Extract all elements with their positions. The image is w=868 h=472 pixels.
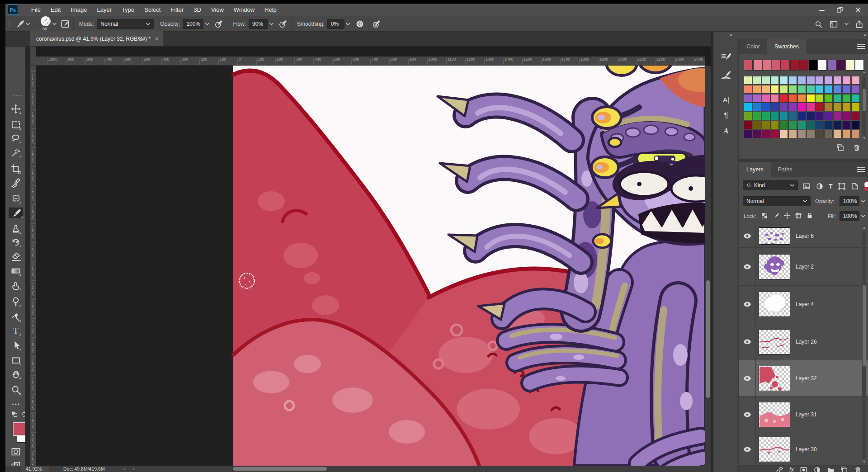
swatch[interactable] — [807, 103, 815, 111]
toolbar-drag-handle[interactable] — [13, 95, 22, 96]
swatch[interactable] — [851, 103, 860, 111]
swatch[interactable] — [770, 130, 779, 138]
layer-thumbnail[interactable] — [759, 366, 790, 391]
swatch[interactable] — [753, 76, 761, 85]
swatches-panel-menu-icon[interactable] — [857, 44, 865, 49]
layer-thumbnail[interactable] — [759, 254, 790, 279]
flow-field[interactable]: 90% — [249, 19, 268, 29]
layer-row[interactable]: Layer 30 — [739, 433, 868, 466]
healing-patch-tool[interactable] — [10, 193, 21, 204]
swatch[interactable] — [824, 76, 833, 85]
options-drag-handle[interactable] — [7, 21, 10, 27]
layer-visibility-toggle[interactable] — [739, 411, 755, 418]
swatch[interactable] — [744, 130, 752, 138]
swatches-scrollbar[interactable] — [862, 76, 866, 135]
close-button[interactable] — [849, 4, 867, 16]
flow-chevron-icon[interactable] — [268, 19, 275, 29]
layer-visibility-toggle[interactable] — [739, 446, 755, 453]
layer-visibility-toggle[interactable] — [739, 339, 755, 345]
swatch[interactable] — [842, 121, 851, 129]
swatch[interactable] — [762, 112, 770, 120]
horizontal-scrollbar-thumb[interactable] — [233, 467, 327, 471]
gradient-tool[interactable] — [10, 265, 21, 276]
tab-paths[interactable]: Paths — [771, 162, 800, 177]
brush-tool[interactable] — [9, 208, 23, 218]
swatch[interactable] — [788, 130, 797, 138]
search-icon[interactable] — [814, 20, 823, 28]
add-layer-mask-icon[interactable] — [800, 466, 807, 472]
swatch[interactable] — [851, 112, 860, 120]
recent-swatch[interactable] — [762, 60, 771, 71]
brush-settings-panel-icon[interactable] — [720, 51, 732, 63]
swatch[interactable] — [851, 94, 860, 103]
layer-name[interactable]: Layer 30 — [796, 446, 817, 453]
restore-button[interactable] — [831, 4, 849, 16]
swatch[interactable] — [815, 112, 824, 120]
recent-swatch[interactable] — [846, 60, 855, 71]
swatch[interactable] — [797, 112, 806, 120]
filter-type-layers-icon[interactable]: T — [829, 183, 833, 190]
smoothing-gear-icon[interactable] — [355, 19, 364, 28]
brush-picker-chevron-icon[interactable] — [51, 19, 58, 29]
layers-fill-chevron-icon[interactable] — [861, 215, 865, 217]
swatch[interactable] — [753, 112, 761, 120]
move-tool[interactable] — [10, 104, 21, 114]
path-selection-tool[interactable] — [10, 340, 21, 351]
swatch[interactable] — [824, 94, 833, 103]
menu-edit[interactable]: Edit — [46, 5, 66, 15]
swatch[interactable] — [815, 103, 824, 111]
layer-thumbnail[interactable] — [759, 292, 790, 317]
recent-swatch[interactable] — [836, 60, 845, 71]
swatch[interactable] — [797, 121, 806, 129]
recent-swatch[interactable] — [772, 60, 781, 71]
delete-layer-icon[interactable] — [854, 466, 862, 472]
swatch[interactable] — [779, 94, 788, 103]
menu-image[interactable]: Image — [66, 5, 92, 15]
lock-all-icon[interactable] — [806, 212, 813, 219]
tab-layers[interactable]: Layers — [739, 162, 771, 177]
swatch[interactable] — [824, 103, 833, 111]
rectangle-tool[interactable] — [10, 355, 21, 366]
layer-name[interactable]: Layer 4 — [796, 301, 814, 307]
swatch[interactable] — [851, 85, 860, 94]
smoothing-chevron-icon[interactable] — [344, 19, 352, 29]
layers-scrollbar[interactable] — [862, 231, 866, 459]
layers-opacity-field[interactable]: 100% — [840, 196, 859, 206]
recent-swatch[interactable] — [818, 60, 827, 71]
minimize-button[interactable] — [813, 4, 831, 16]
menu-3d[interactable]: 3D — [189, 5, 206, 15]
layers-opacity-chevron-icon[interactable] — [861, 200, 865, 203]
status-zoom-level[interactable]: 41.92% — [21, 466, 49, 472]
swatch[interactable] — [842, 130, 851, 138]
smudge-tool[interactable] — [10, 280, 21, 291]
swatch[interactable] — [762, 130, 770, 138]
layer-visibility-toggle[interactable] — [739, 375, 755, 382]
new-adjustment-layer-icon[interactable] — [813, 466, 821, 472]
swatch[interactable] — [744, 94, 752, 103]
swatch[interactable] — [833, 121, 842, 129]
horizontal-ruler[interactable]: 1000900800700600500400300200100010020030… — [36, 57, 705, 66]
recent-swatch[interactable] — [744, 60, 753, 71]
layers-panel-menu-icon[interactable] — [857, 167, 865, 172]
swatch[interactable] — [744, 76, 752, 85]
swatch[interactable] — [851, 130, 860, 138]
layer-name[interactable]: Layer 31 — [796, 411, 817, 418]
clone-stamp-tool[interactable] — [10, 223, 21, 234]
link-layers-icon[interactable] — [776, 466, 783, 472]
swatch[interactable] — [753, 121, 761, 129]
swatch[interactable] — [770, 94, 779, 103]
filter-adjustment-layers-icon[interactable] — [816, 182, 824, 190]
opacity-field[interactable]: 100% — [183, 19, 203, 29]
more-tools-tool[interactable] — [10, 399, 21, 410]
swatch[interactable] — [762, 94, 770, 103]
lock-position-icon[interactable] — [783, 212, 791, 219]
canvas-viewport[interactable] — [36, 66, 705, 466]
swatch[interactable] — [842, 103, 851, 111]
swatch[interactable] — [833, 130, 842, 138]
lasso-tool[interactable] — [10, 133, 21, 144]
menu-filter[interactable]: Filter — [165, 5, 189, 15]
menu-help[interactable]: Help — [259, 5, 282, 15]
hand-tool[interactable] — [10, 368, 21, 379]
swatch[interactable] — [824, 130, 833, 138]
swatch[interactable] — [779, 76, 788, 85]
